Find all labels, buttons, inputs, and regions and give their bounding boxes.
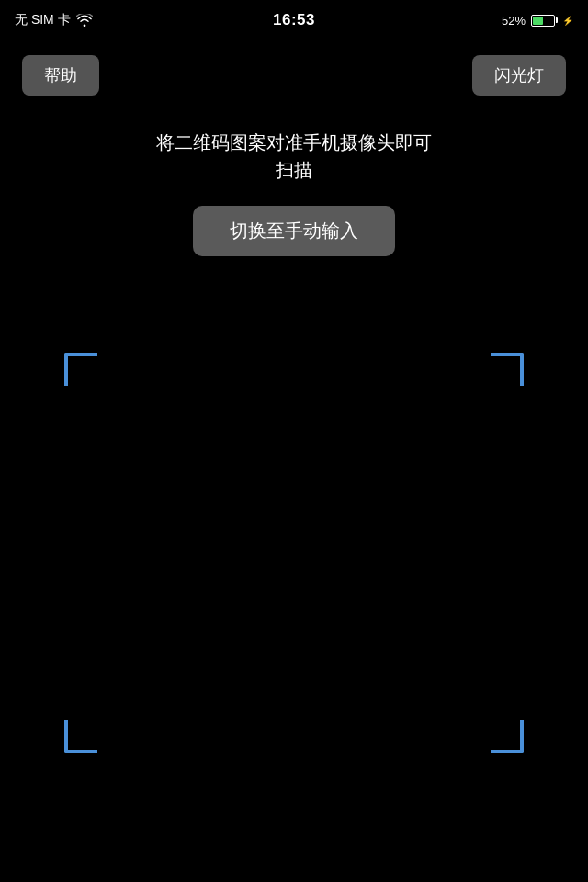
scan-instructions: 将二维码图案对准手机摄像头即可 扫描	[101, 129, 487, 184]
corner-bottom-left	[64, 720, 97, 753]
scan-frame	[64, 353, 524, 753]
corner-bottom-right	[491, 720, 524, 753]
battery-fill	[533, 17, 543, 25]
top-buttons-row: 帮助 闪光灯	[0, 40, 588, 110]
switch-to-manual-button[interactable]: 切换至手动输入	[193, 206, 395, 256]
corner-top-left	[64, 353, 97, 386]
carrier-label: 无 SIM 卡	[15, 12, 71, 28]
status-bar: 无 SIM 卡 16:53 52% ⚡	[0, 0, 588, 40]
corner-top-right	[491, 353, 524, 386]
battery-percent-label: 52%	[502, 14, 526, 28]
main-content: 帮助 闪光灯 将二维码图案对准手机摄像头即可 扫描 切换至手动输入	[0, 40, 588, 882]
instructions-text: 将二维码图案对准手机摄像头即可 扫描	[156, 132, 432, 180]
battery-icon	[531, 15, 555, 27]
charging-bolt-icon: ⚡	[562, 16, 573, 26]
wifi-icon	[76, 14, 93, 27]
flashlight-button[interactable]: 闪光灯	[472, 55, 566, 96]
help-button[interactable]: 帮助	[22, 55, 99, 96]
status-carrier-wifi: 无 SIM 卡	[15, 12, 93, 28]
status-battery: 52% ⚡	[502, 14, 573, 28]
status-time: 16:53	[273, 11, 315, 29]
